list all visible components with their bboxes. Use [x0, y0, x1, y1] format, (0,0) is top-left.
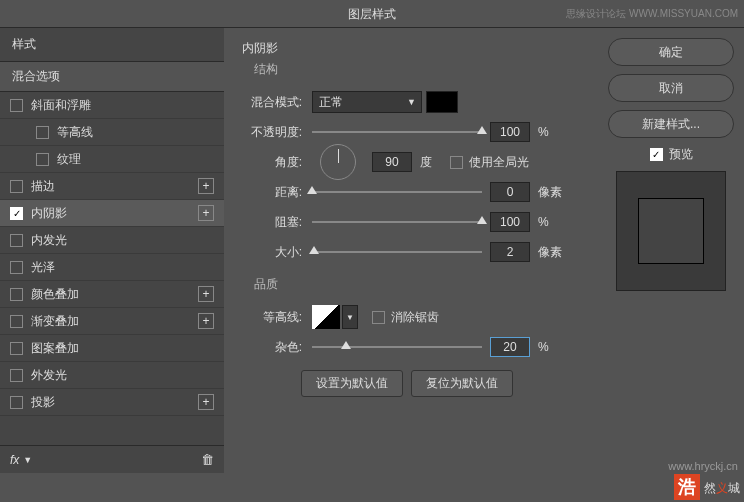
style-item-6[interactable]: 光泽 — [0, 254, 224, 281]
structure-label: 结构 — [254, 61, 580, 78]
angle-unit: 度 — [420, 154, 450, 171]
noise-slider[interactable] — [312, 340, 482, 354]
fx-menu-chevron[interactable]: ▼ — [23, 455, 32, 465]
opacity-label: 不透明度: — [242, 124, 302, 141]
style-item-5[interactable]: 内发光 — [0, 227, 224, 254]
size-label: 大小: — [242, 244, 302, 261]
watermark-logo: 浩 — [674, 474, 700, 500]
style-item-10[interactable]: 外发光 — [0, 362, 224, 389]
add-effect-icon[interactable]: + — [198, 205, 214, 221]
style-label: 内阴影 — [31, 205, 198, 222]
style-item-1[interactable]: 等高线 — [0, 119, 224, 146]
opacity-input[interactable]: 100 — [490, 122, 530, 142]
global-light-label: 使用全局光 — [469, 154, 529, 171]
reset-default-button[interactable]: 复位为默认值 — [411, 370, 513, 397]
style-checkbox[interactable] — [10, 396, 23, 409]
style-label: 斜面和浮雕 — [31, 97, 214, 114]
style-item-11[interactable]: 投影+ — [0, 389, 224, 416]
noise-label: 杂色: — [242, 339, 302, 356]
watermark-top: 思缘设计论坛 WWW.MISSYUAN.COM — [566, 0, 738, 28]
watermark-bottom: 浩 然义城 — [674, 474, 740, 500]
global-light-checkbox[interactable] — [450, 156, 463, 169]
size-input[interactable]: 2 — [490, 242, 530, 262]
style-checkbox[interactable] — [10, 234, 23, 247]
new-style-button[interactable]: 新建样式... — [608, 110, 734, 138]
style-checkbox[interactable] — [10, 261, 23, 274]
action-panel: 确定 取消 新建样式... ✓ 预览 — [598, 28, 744, 473]
style-item-3[interactable]: 描边+ — [0, 173, 224, 200]
style-item-0[interactable]: 斜面和浮雕 — [0, 92, 224, 119]
angle-input[interactable]: 90 — [372, 152, 412, 172]
style-item-9[interactable]: 图案叠加 — [0, 335, 224, 362]
style-label: 描边 — [31, 178, 198, 195]
distance-label: 距离: — [242, 184, 302, 201]
color-swatch[interactable] — [426, 91, 458, 113]
styles-header: 样式 — [0, 28, 224, 61]
style-checkbox[interactable]: ✓ — [10, 207, 23, 220]
antialias-checkbox[interactable] — [372, 311, 385, 324]
choke-input[interactable]: 100 — [490, 212, 530, 232]
contour-label: 等高线: — [242, 309, 302, 326]
style-checkbox[interactable] — [10, 342, 23, 355]
preview-swatch — [638, 198, 704, 264]
add-effect-icon[interactable]: + — [198, 394, 214, 410]
ok-button[interactable]: 确定 — [608, 38, 734, 66]
preview-checkbox[interactable]: ✓ — [650, 148, 663, 161]
style-label: 光泽 — [31, 259, 214, 276]
noise-unit: % — [538, 340, 568, 354]
chevron-down-icon: ▼ — [407, 97, 416, 107]
size-unit: 像素 — [538, 244, 568, 261]
distance-slider[interactable] — [312, 185, 482, 199]
style-label: 投影 — [31, 394, 198, 411]
settings-panel: 内阴影 结构 混合模式: 正常 ▼ 不透明度: 100 % 角度: 90 度 使… — [224, 28, 598, 473]
style-checkbox[interactable] — [10, 369, 23, 382]
blend-mode-select[interactable]: 正常 ▼ — [312, 91, 422, 113]
preview-box — [616, 171, 726, 291]
style-checkbox[interactable] — [36, 126, 49, 139]
dialog-title: 图层样式 — [348, 7, 396, 21]
opacity-slider[interactable] — [312, 125, 482, 139]
contour-preview[interactable] — [312, 305, 340, 329]
watermark-url: www.hryckj.cn — [668, 460, 738, 472]
antialias-label: 消除锯齿 — [391, 309, 439, 326]
contour-dropdown[interactable]: ▼ — [342, 305, 358, 329]
style-checkbox[interactable] — [10, 315, 23, 328]
styles-sidebar: 样式 混合选项 斜面和浮雕等高线纹理描边+✓内阴影+内发光光泽颜色叠加+渐变叠加… — [0, 28, 224, 473]
preview-label: 预览 — [669, 146, 693, 163]
add-effect-icon[interactable]: + — [198, 313, 214, 329]
style-label: 外发光 — [31, 367, 214, 384]
noise-input[interactable]: 20 — [490, 337, 530, 357]
add-effect-icon[interactable]: + — [198, 178, 214, 194]
distance-unit: 像素 — [538, 184, 568, 201]
blend-mode-label: 混合模式: — [242, 94, 302, 111]
choke-label: 阻塞: — [242, 214, 302, 231]
choke-unit: % — [538, 215, 568, 229]
choke-slider[interactable] — [312, 215, 482, 229]
style-checkbox[interactable] — [36, 153, 49, 166]
size-slider[interactable] — [312, 245, 482, 259]
trash-icon[interactable]: 🗑 — [201, 452, 214, 467]
style-label: 颜色叠加 — [31, 286, 198, 303]
quality-label: 品质 — [254, 276, 580, 293]
angle-label: 角度: — [242, 154, 302, 171]
style-item-2[interactable]: 纹理 — [0, 146, 224, 173]
style-label: 等高线 — [57, 124, 214, 141]
style-label: 内发光 — [31, 232, 214, 249]
style-item-7[interactable]: 颜色叠加+ — [0, 281, 224, 308]
style-checkbox[interactable] — [10, 99, 23, 112]
fx-icon[interactable]: fx — [10, 453, 19, 467]
style-label: 图案叠加 — [31, 340, 214, 357]
opacity-unit: % — [538, 125, 568, 139]
cancel-button[interactable]: 取消 — [608, 74, 734, 102]
style-item-8[interactable]: 渐变叠加+ — [0, 308, 224, 335]
distance-input[interactable]: 0 — [490, 182, 530, 202]
style-checkbox[interactable] — [10, 288, 23, 301]
set-default-button[interactable]: 设置为默认值 — [301, 370, 403, 397]
section-title: 内阴影 — [242, 40, 580, 57]
style-checkbox[interactable] — [10, 180, 23, 193]
blend-options[interactable]: 混合选项 — [0, 61, 224, 92]
angle-dial[interactable] — [320, 144, 356, 180]
add-effect-icon[interactable]: + — [198, 286, 214, 302]
style-label: 纹理 — [57, 151, 214, 168]
style-item-4[interactable]: ✓内阴影+ — [0, 200, 224, 227]
